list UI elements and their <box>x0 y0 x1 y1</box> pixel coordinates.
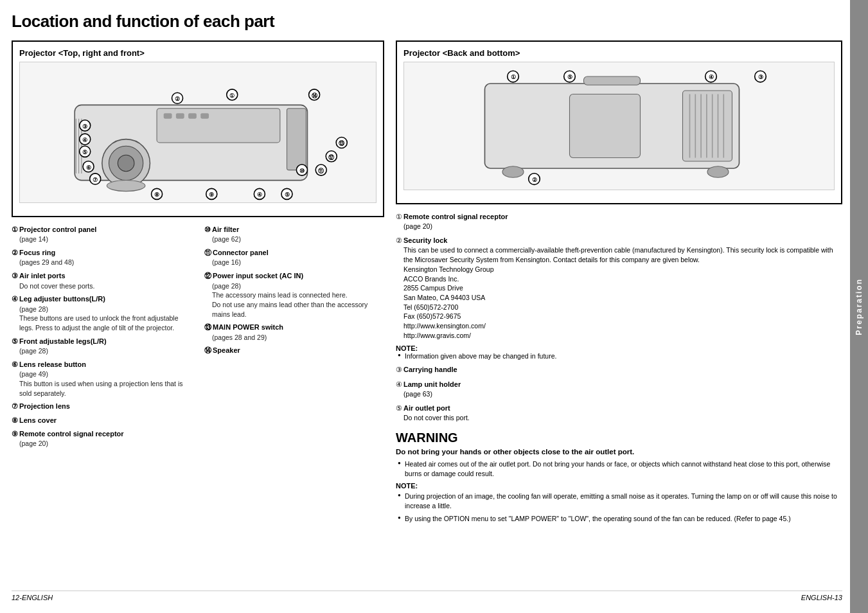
back-bottom-section: Projector <Back and bottom> <box>396 40 842 204</box>
left-column: Projector <Top, right and front> <box>12 40 384 584</box>
svg-text:④: ④ <box>82 137 87 143</box>
svg-text:③: ③ <box>82 123 87 130</box>
item-10: ⑩ Air filter (page 62) <box>204 225 384 244</box>
warning-bullet-1: Heated air comes out of the air outlet p… <box>396 459 842 478</box>
footer-right: ENGLISH-13 <box>801 594 842 601</box>
svg-text:⑤: ⑤ <box>567 74 572 80</box>
svg-text:⑧: ⑧ <box>154 191 159 198</box>
svg-rect-7 <box>176 113 184 119</box>
svg-text:④: ④ <box>709 74 714 80</box>
svg-rect-5 <box>157 109 280 143</box>
warning-note-title: NOTE: <box>396 482 842 490</box>
svg-rect-8 <box>188 113 197 119</box>
right-column: Projector <Back and bottom> <box>396 40 842 584</box>
svg-rect-55 <box>570 94 641 158</box>
back-bottom-title: Projector <Back and bottom> <box>403 48 835 58</box>
back-item-4: ④ Lamp unit holder (page 63) <box>396 380 842 399</box>
left-items-col1: ① Projector control panel (page 14) ② Fo… <box>12 225 191 452</box>
back-item-3: ③ Carrying handle <box>396 365 842 375</box>
left-items-grid: ① Projector control panel (page 14) ② Fo… <box>12 225 384 452</box>
svg-text:⑤: ⑤ <box>82 149 87 155</box>
svg-rect-56 <box>584 76 641 85</box>
footer-left: 12-ENGLISH <box>12 594 53 601</box>
svg-text:⑭: ⑭ <box>312 93 318 99</box>
svg-point-58 <box>707 166 729 178</box>
svg-text:⑪: ⑪ <box>318 168 324 174</box>
svg-text:②: ② <box>532 177 537 183</box>
svg-rect-6 <box>164 113 172 119</box>
back-item-1: ① Remote control signal receptor (page 2… <box>396 212 842 231</box>
svg-text:④: ④ <box>257 191 262 198</box>
projector-back-image: ① ⑤ ④ ③ ② <box>403 62 835 190</box>
warning-note-2: By using the OPTION menu to set "LAMP PO… <box>396 514 842 524</box>
footer: 12-ENGLISH ENGLISH-13 <box>12 591 842 601</box>
top-front-title: Projector <Top, right and front> <box>19 48 376 58</box>
svg-text:⑤: ⑤ <box>285 191 290 198</box>
svg-text:⑫: ⑫ <box>328 154 335 161</box>
page-title: Location and function of each part <box>12 12 842 31</box>
item-8: ⑧ Lens cover <box>12 416 191 425</box>
item-1: ① Projector control panel (page 14) <box>12 225 191 244</box>
item-6: ⑥ Lens release button (page 49) This but… <box>12 360 191 398</box>
item-9: ⑨ Remote control signal receptor (page 2… <box>12 429 191 449</box>
item-14: ⑭ Speaker <box>204 346 384 355</box>
svg-text:①: ① <box>229 93 235 99</box>
left-items-col2: ⑩ Air filter (page 62) ⑪ Connector panel… <box>204 225 384 452</box>
item-11: ⑪ Connector panel (page 16) <box>204 248 384 267</box>
svg-text:②: ② <box>175 96 180 102</box>
svg-text:①: ① <box>511 74 516 80</box>
back-note: NOTE: Information given above may be cha… <box>396 344 842 360</box>
svg-text:⑥: ⑥ <box>86 164 91 171</box>
warning-section: WARNING Do not bring your hands or other… <box>396 431 842 523</box>
item-4: ④ Leg adjuster buttons(L/R) (page 28) Th… <box>12 294 191 332</box>
back-item-2: ② Security lock This can be used to conn… <box>396 236 842 340</box>
item-7: ⑦ Projection lens <box>12 402 191 411</box>
warning-subtitle: Do not bring your hands or other objects… <box>396 448 842 456</box>
item-13: ⑬ MAIN POWER switch (pages 28 and 29) <box>204 323 384 342</box>
projector-top-image: ② ① ⑭ ③ ④ ⑤ ⑥ <box>19 62 376 203</box>
item-2: ② Focus ring (pages 29 and 48) <box>12 248 191 267</box>
sidebar-tab: Preparation <box>850 0 868 613</box>
svg-point-57 <box>502 166 524 178</box>
top-front-section: Projector <Top, right and front> <box>12 40 384 217</box>
back-items: ① Remote control signal receptor (page 2… <box>396 212 842 423</box>
svg-point-4 <box>107 181 145 191</box>
svg-text:⑩: ⑩ <box>299 168 305 174</box>
item-5: ⑤ Front adjustable legs(L/R) (page 28) <box>12 337 191 356</box>
svg-text:③: ③ <box>758 74 763 80</box>
svg-text:⑨: ⑨ <box>209 191 214 198</box>
back-item-5: ⑤ Air outlet port Do not cover this port… <box>396 404 842 423</box>
svg-point-3 <box>118 155 134 172</box>
warning-note-1: During projection of an image, the cooli… <box>396 492 842 510</box>
sidebar-label: Preparation <box>855 278 864 335</box>
svg-rect-10 <box>287 109 306 170</box>
svg-text:⑬: ⑬ <box>339 140 345 147</box>
svg-rect-9 <box>200 113 209 119</box>
item-12: ⑫ Power input socket (AC IN) (page 28) T… <box>204 271 384 319</box>
svg-text:⑦: ⑦ <box>93 177 98 183</box>
item-3: ③ Air inlet ports Do not cover these por… <box>12 271 191 290</box>
warning-title: WARNING <box>396 431 842 445</box>
